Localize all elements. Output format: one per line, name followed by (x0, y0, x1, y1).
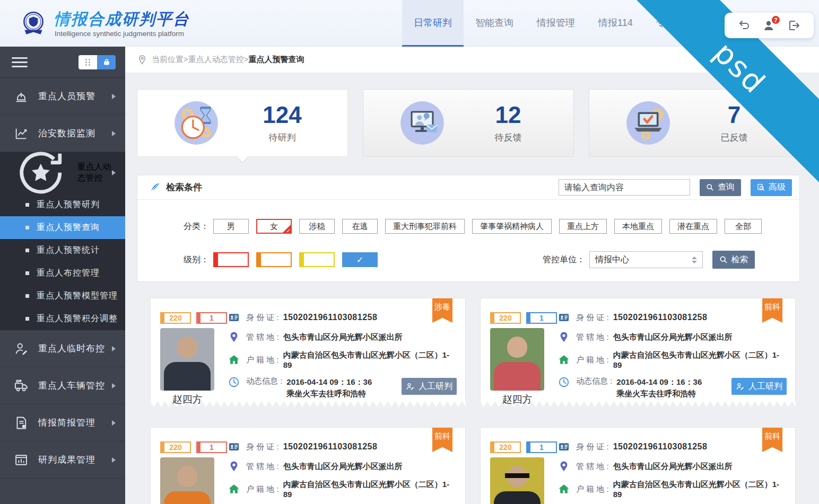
clock-hourglass-icon (172, 99, 220, 147)
control-unit-select[interactable]: 情报中心 (589, 251, 703, 268)
nav-tab-smart-query[interactable]: 智能查询 (464, 0, 525, 47)
sidebar-header (0, 47, 125, 78)
score-badge: 220 (490, 441, 521, 453)
category-female[interactable]: 女 (256, 219, 292, 234)
category-stability[interactable]: 涉稳 (299, 219, 335, 234)
sidebar-item-result-manage[interactable]: 研判成果管理 (0, 441, 125, 479)
id-number: 1502021961103081258 (283, 442, 378, 452)
sidebar-subitem-score-adjust[interactable]: 重点人预警积分调整 (0, 307, 125, 330)
id-row: 身 份 证 : 1502021961103081258 (228, 440, 458, 453)
retrieve-button[interactable]: 检索 (712, 251, 755, 269)
category-male[interactable]: 男 (213, 219, 249, 234)
category-mental-patient[interactable]: 肇事肇祸精神病人 (472, 219, 552, 234)
nav-tab-intel-114[interactable]: 情报114 (587, 0, 644, 47)
sidebar-lock-toggle[interactable] (79, 55, 116, 69)
user-avatar-icon[interactable]: 7 (763, 19, 776, 32)
sidebar-subitem-control-manage[interactable]: 重点人布控管理 (0, 262, 125, 285)
sidebar-item-briefing-manage[interactable]: 情报简报管理 (0, 404, 125, 441)
category-key-petition[interactable]: 重点上方 (559, 219, 607, 234)
drag-handle-icon[interactable] (79, 55, 97, 69)
bullet-icon (25, 249, 29, 252)
search-input[interactable] (559, 179, 690, 196)
sidebar-subitem-model-manage[interactable]: 重点人预警模型管理 (0, 285, 125, 307)
clock-icon (228, 376, 240, 388)
badge-group: 220 1 (160, 441, 227, 453)
stat-label: 已反馈 (705, 131, 763, 144)
quill-icon (149, 182, 161, 193)
logout-icon[interactable] (788, 19, 800, 32)
category-local-key[interactable]: 本地重点 (614, 219, 662, 234)
person-photo (490, 328, 544, 391)
monitor-chat-icon (398, 99, 446, 147)
count-badge: 1 (526, 441, 557, 453)
map-pin-icon (228, 461, 240, 472)
chevron-right-icon (112, 457, 116, 463)
registry-row: 户 籍 地 : 内蒙古自治区包头市青山区光辉小区（二区）1-89 (558, 480, 788, 499)
count-badge: 1 (526, 312, 557, 324)
chevron-right-icon (112, 346, 116, 351)
header-action-panel: 7 (725, 13, 814, 38)
hamburger-menu-icon[interactable] (12, 55, 28, 70)
count-badge: 1 (196, 312, 227, 324)
sidebar-item-key-person-alert[interactable]: 重点人员预警 (0, 78, 125, 115)
id-number: 1502021961103081258 (283, 313, 378, 322)
dynamic-desc: 乘坐火车去往呼和浩特 (616, 388, 702, 400)
search-controls: 查询 高级 (559, 179, 795, 196)
sidebar-item-temp-control[interactable]: 重点人临时布控 (0, 330, 125, 367)
nav-tab-special[interactable]: 专题 (644, 0, 687, 47)
home-icon (558, 483, 570, 495)
id-row: 身 份 证 : 1502021961103081258 (228, 311, 458, 324)
person-card: 220 1 涉毒 赵四方 身 份 证 : 1502021961103081258 (150, 298, 466, 408)
nav-tab-intel-manage[interactable]: 情报管理 (525, 0, 587, 47)
jurisdiction-row: 管 辖 地 : 包头市青山区分局光辉小区派出所 (558, 460, 788, 473)
score-badge: 220 (490, 312, 521, 324)
manual-judgment-button[interactable]: 人工研判 (402, 378, 457, 395)
score-badge: 220 (160, 441, 191, 453)
id-card-icon (558, 441, 570, 453)
id-card-icon (228, 312, 240, 323)
home-icon (558, 354, 570, 366)
stat-label: 待反馈 (479, 131, 537, 144)
sidebar-item-key-person-dynamic[interactable]: 重点人动态管控 (0, 152, 125, 193)
person-photo (160, 457, 214, 504)
registry-row: 户 籍 地 : 内蒙古自治区包头市青山区光辉小区（二区）1-89 (228, 350, 458, 369)
category-major-crime[interactable]: 重大刑事犯罪前科 (385, 219, 465, 234)
level-orange-chip[interactable] (256, 252, 292, 267)
sidebar-item-label: 重点人员预警 (38, 90, 95, 102)
sidebar-item-label: 治安数据监测 (38, 127, 95, 139)
manual-judgment-button[interactable]: 人工研判 (731, 378, 787, 395)
category-potential-key[interactable]: 潜在重点 (669, 219, 717, 234)
refresh-star-icon (14, 146, 68, 200)
chevron-right-icon (112, 170, 116, 175)
app-subtitle: Intelligence synthetic judgments platfor… (55, 30, 184, 38)
undo-icon[interactable] (738, 19, 751, 32)
level-blue-chip-checked[interactable]: ✓ (342, 252, 378, 267)
jurisdiction-value: 包头市青山区分局光辉小区派出所 (283, 332, 403, 342)
nav-tab-daily[interactable]: 日常研判 (402, 0, 464, 47)
sidebar-item-vehicle-control[interactable]: 重点人车辆管控 (0, 367, 125, 404)
censor-bar (505, 473, 529, 478)
control-unit-group: 管控单位： 情报中心 检索 (543, 251, 755, 269)
count-badge: 1 (196, 441, 227, 453)
select-arrows-icon (692, 257, 697, 263)
category-all[interactable]: 全部 (725, 219, 762, 234)
category-fugitive[interactable]: 在逃 (342, 219, 378, 234)
stats-row: 124 待研判 12 (137, 89, 800, 157)
query-button[interactable]: 查询 (700, 179, 741, 196)
stat-value: 124 (253, 103, 311, 127)
jurisdiction-row: 管 辖 地 : 包头市青山区分局光辉小区派出所 (228, 331, 458, 343)
level-yellow-chip[interactable] (299, 252, 335, 267)
level-red-chip[interactable] (213, 252, 249, 267)
stat-card-pending-feedback[interactable]: 12 待反馈 (363, 89, 574, 157)
sidebar-subitem-alert-stats[interactable]: 重点人预警统计 (0, 239, 125, 262)
lock-icon[interactable] (97, 55, 116, 69)
sidebar-item-label: 重点人动态管控 (77, 162, 112, 184)
sidebar-subitem-alert-query[interactable]: 重点人预警查询 (0, 216, 125, 239)
jurisdiction-value: 包头市青山区分局光辉小区派出所 (613, 332, 733, 342)
registry-row: 户 籍 地 : 内蒙古自治区包头市青山区光辉小区（二区）1-89 (228, 480, 458, 499)
badge-group: 220 1 (160, 312, 227, 324)
chevron-right-icon (112, 383, 116, 388)
advanced-search-button[interactable]: 高级 (751, 179, 792, 196)
stat-card-pending-judgment[interactable]: 124 待研判 (137, 89, 348, 157)
stat-card-feedback-done[interactable]: 7 已反馈 (589, 89, 800, 157)
